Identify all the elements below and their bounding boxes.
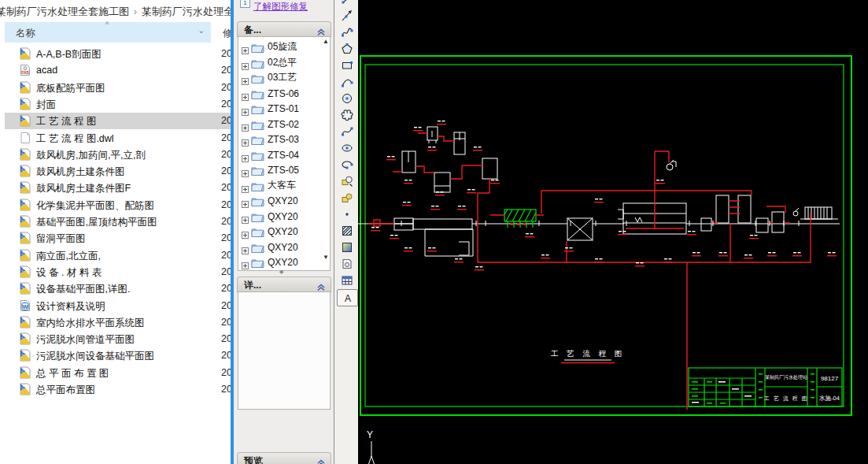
tree-item[interactable]: 02总平 [242, 55, 297, 70]
expand-plus-icon[interactable] [242, 197, 249, 204]
tree-item[interactable]: 05旋流 [242, 39, 297, 54]
scroll-up-icon[interactable]: ▲ [323, 38, 329, 45]
file-row[interactable]: 室内给水排水平面系统图20 [5, 314, 231, 331]
polyline-icon [341, 26, 353, 39]
expand-plus-icon[interactable] [242, 59, 249, 66]
region-tool-button[interactable] [337, 256, 356, 272]
tree-item[interactable]: ZTS-01 [242, 101, 299, 116]
panel-splitter-handle[interactable]: ◆ [279, 269, 283, 275]
folder-icon [251, 72, 264, 83]
folder-icon [251, 242, 264, 252]
scroll-down-icon[interactable]: ▼ [323, 254, 329, 261]
tree-item[interactable]: ZTS-02 [242, 117, 299, 132]
file-row[interactable]: 污泥脱水间设备基础平面图20 [5, 347, 231, 364]
collapse-chevron-icon[interactable] [316, 25, 326, 34]
backup-section-header[interactable]: 备... [237, 21, 331, 37]
expand-plus-icon[interactable] [242, 74, 249, 81]
expand-plus-icon[interactable] [242, 243, 249, 251]
titleblock-project-text: 某制药厂污水处理站 [765, 374, 807, 380]
tree-item[interactable]: ZTS-03 [242, 132, 299, 147]
file-row[interactable]: A-A,B-B剖面图20 [5, 46, 231, 62]
file-row[interactable]: FASacad20 [5, 62, 231, 79]
column-header-row: ^ 名称 ⌄ 修改日期 [0, 22, 233, 43]
tree-item[interactable]: 大客车 [242, 178, 296, 193]
expand-plus-icon[interactable] [242, 43, 249, 50]
table-icon [341, 274, 353, 287]
arc-tool-button[interactable] [337, 74, 356, 90]
details-section-header[interactable]: 详... [237, 277, 331, 292]
expand-plus-icon[interactable] [242, 151, 249, 158]
expand-plus-icon[interactable] [242, 182, 249, 189]
polyline-tool-button[interactable] [337, 24, 356, 40]
revision-cloud-tool-button[interactable] [337, 107, 356, 123]
file-row[interactable]: 鼓风机房土建条件图F20 [5, 180, 231, 196]
circle-tool-button[interactable] [337, 91, 356, 106]
tree-item[interactable]: QXY20 [242, 209, 298, 224]
file-row[interactable]: 工 艺 流 程 图20 [5, 113, 231, 129]
expand-plus-icon[interactable] [242, 213, 249, 220]
mtext-tool-button[interactable]: A [337, 289, 358, 306]
breadcrumb-item[interactable]: 某制药厂污水处理全套施 [142, 6, 233, 17]
breadcrumb-item[interactable]: 某制药厂污水处理全套施工图 [0, 6, 129, 17]
file-row[interactable]: 工 艺 流 程 图.dwl20 [5, 130, 231, 147]
name-column-header[interactable]: ^ 名称 ⌄ [5, 22, 211, 43]
expand-plus-icon[interactable] [242, 105, 249, 112]
file-row[interactable]: 底板配筋平面图20 [5, 80, 231, 96]
preview-section-header[interactable]: 预览 [237, 452, 331, 464]
tree-item[interactable]: ZTS-05 [242, 162, 299, 177]
file-row[interactable]: 总 平 面 布 置 图20 [5, 365, 231, 381]
expand-plus-icon[interactable] [242, 135, 249, 143]
file-row[interactable]: 污泥脱水间管道平面图20 [5, 331, 231, 347]
expand-plus-icon[interactable] [242, 121, 249, 128]
file-row[interactable]: 留洞平面图20 [5, 230, 231, 247]
file-row[interactable]: 基础平面图,屋顶结构平面图20 [5, 213, 231, 230]
file-name: 污泥脱水间设备基础平面图 [36, 350, 154, 363]
tree-item[interactable]: QXY20 [242, 239, 298, 254]
construction-line-tool-button[interactable] [337, 8, 356, 24]
svg-text:FAS: FAS [21, 70, 29, 75]
line-tool-button[interactable] [337, 0, 356, 7]
dwg-file-icon [19, 332, 31, 345]
tree-item[interactable]: QXY20 [242, 224, 298, 239]
file-row[interactable]: 总平面布置图20 [5, 381, 231, 398]
tree-item-label: QXY20 [268, 257, 298, 268]
file-row[interactable]: 封面20 [5, 96, 231, 113]
file-row[interactable]: W设计资料及说明20 [5, 298, 231, 314]
tree-item-label: ZTS-06 [268, 87, 299, 98]
expand-plus-icon[interactable] [242, 90, 249, 97]
dwg-file-icon [19, 98, 31, 110]
file-name: 工 艺 流 程 图.dwl [36, 132, 114, 146]
tree-item[interactable]: QXY20 [242, 193, 298, 208]
file-row[interactable]: 化学集泥井平面图、配筋图20 [5, 197, 231, 213]
spline-tool-button[interactable] [337, 124, 356, 139]
file-row[interactable]: 鼓风机房土建条件图20 [5, 163, 231, 180]
ellipse-tool-button[interactable] [337, 140, 356, 156]
recovery-help-link[interactable]: 了解图形修复 [253, 2, 308, 11]
file-row[interactable]: 南立面,北立面,20 [5, 247, 231, 264]
expand-plus-icon[interactable] [242, 228, 249, 235]
fas-file-icon: FAS [19, 64, 31, 76]
hatch-tool-button[interactable] [337, 223, 356, 239]
expand-plus-icon[interactable] [242, 166, 249, 173]
make-block-tool-button[interactable] [337, 190, 356, 206]
file-row[interactable]: 设备基础平面图,详图.20 [5, 280, 231, 297]
tree-item[interactable]: QXY20 [242, 254, 298, 269]
collapse-chevron-icon[interactable] [316, 280, 326, 289]
polygon-tool-button[interactable] [337, 41, 356, 57]
insert-block-tool-button[interactable] [337, 173, 356, 189]
tree-item[interactable]: 03工艺 [242, 70, 297, 85]
expand-plus-icon[interactable] [242, 258, 249, 265]
tree-item[interactable]: ZTS-04 [242, 147, 299, 162]
column-filter-dropdown-icon[interactable]: ⌄ [198, 26, 205, 35]
point-tool-button[interactable] [337, 206, 356, 222]
rectangle-tool-button[interactable] [337, 58, 356, 73]
cad-viewport[interactable]: 工 艺 流 程 图 [358, 0, 868, 464]
gradient-tool-button[interactable] [337, 239, 356, 255]
file-row[interactable]: 鼓风机房,加药间,平,立,剖20 [5, 147, 231, 163]
collapse-chevron-icon[interactable] [316, 456, 326, 464]
tree-item[interactable]: ZTS-06 [242, 86, 299, 101]
table-tool-button[interactable] [337, 273, 356, 288]
ellipse-arc-tool-button[interactable] [337, 157, 356, 173]
file-row[interactable]: 设 备 . 材 料 表20 [5, 264, 231, 280]
dwg-file-icon [19, 249, 31, 262]
